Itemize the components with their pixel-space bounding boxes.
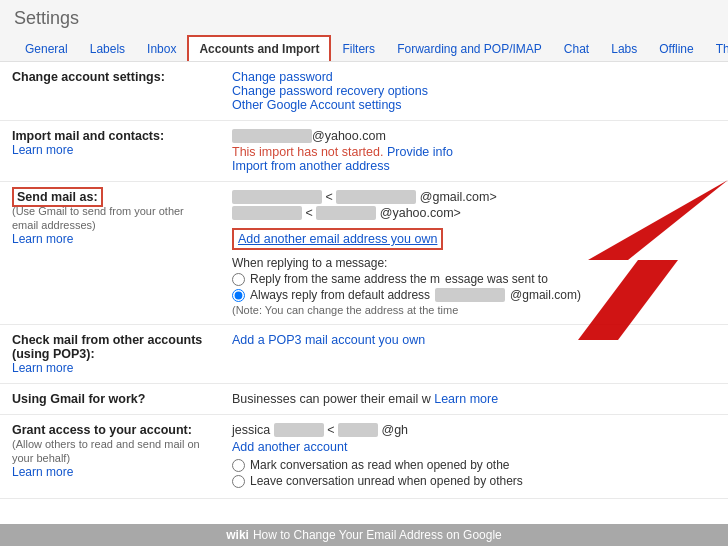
gmail-name-blurred xyxy=(232,190,322,204)
table-row: Check mail from other accounts(using POP… xyxy=(0,325,728,384)
reply-same-suffix: essage was sent to xyxy=(445,272,548,286)
tab-offline[interactable]: Offline xyxy=(648,36,704,61)
yahoo-email2-blurred xyxy=(316,206,376,220)
table-row: Using Gmail for work? Businesses can pow… xyxy=(0,384,728,415)
mark-row: Mark conversation as read when opened by… xyxy=(232,458,716,472)
send-mail-label: Send mail as: xyxy=(12,187,103,207)
import-another-link[interactable]: Import from another address xyxy=(232,159,390,173)
gmail-suffix: @gmail.com> xyxy=(420,190,497,204)
tab-forwarding[interactable]: Forwarding and POP/IMAP xyxy=(386,36,553,61)
when-replying-label: When replying to a message: xyxy=(232,256,387,270)
yahoo-email-blurred xyxy=(232,129,312,143)
tabs-row: General Labels Inbox Accounts and Import… xyxy=(14,35,714,61)
label-import-mail: Import mail and contacts: Learn more xyxy=(0,121,220,182)
table-row: Import mail and contacts: Learn more @ya… xyxy=(0,121,728,182)
reply-default-label: Always reply from default address xyxy=(250,288,430,302)
check-mail-title: Check mail from other accounts(using POP… xyxy=(12,333,202,361)
default-email-suffix: @gmail.com) xyxy=(510,288,581,302)
settings-table: Change account settings: Change password… xyxy=(0,62,728,499)
tab-accounts-and-import[interactable]: Accounts and Import xyxy=(187,35,331,61)
gmail-work-learn-more-link[interactable]: Learn more xyxy=(434,392,498,406)
jessica-email-blurred xyxy=(338,423,378,437)
send-mail-sublabel: (Use Gmail to send from your other email… xyxy=(12,205,184,231)
provide-info-link[interactable]: Provide info xyxy=(387,145,453,159)
label-send-mail-as: Send mail as: (Use Gmail to send from yo… xyxy=(0,182,220,325)
add-another-email-link[interactable]: Add another email address you own xyxy=(232,228,443,250)
gmail-work-title: Using Gmail for work? xyxy=(12,392,145,406)
grant-access-sublabel: (Allow others to read and send mail on y… xyxy=(12,438,200,464)
value-grant-access: jessica < @gh Add another account Mark c… xyxy=(220,415,728,499)
leave-row: Leave conversation unread when opened by… xyxy=(232,474,716,488)
value-send-mail-as: < @gmail.com> < @yahoo.com> Add another … xyxy=(220,182,728,325)
grant-learn-more-link[interactable]: Learn more xyxy=(12,465,73,479)
pop3-learn-more-link[interactable]: Learn more xyxy=(12,361,73,375)
reply-default-radio[interactable] xyxy=(232,289,245,302)
label-grant-access: Grant access to your account: (Allow oth… xyxy=(0,415,220,499)
tab-inbox[interactable]: Inbox xyxy=(136,36,187,61)
gmail-email-blurred xyxy=(336,190,416,204)
jessica-gmail: @gh xyxy=(381,423,408,437)
send-mail-learn-more-link[interactable]: Learn more xyxy=(12,232,73,246)
bottom-bar: wiki How to Change Your Email Address on… xyxy=(0,524,728,546)
reply-note: (Note: You can change the address at the… xyxy=(232,304,716,316)
change-recovery-link[interactable]: Change password recovery options xyxy=(232,84,428,98)
label-change-account: Change account settings: xyxy=(0,62,220,121)
import-learn-more-link[interactable]: Learn more xyxy=(12,143,73,157)
table-row: Send mail as: (Use Gmail to send from yo… xyxy=(0,182,728,325)
jessica-blurred xyxy=(274,423,324,437)
row-title: Import mail and contacts: xyxy=(12,129,164,143)
wiki-label: wiki xyxy=(226,528,249,542)
value-import-mail: @yahoo.com This import has not started. … xyxy=(220,121,728,182)
leave-unread-radio[interactable] xyxy=(232,475,245,488)
label-check-mail: Check mail from other accounts(using POP… xyxy=(0,325,220,384)
yahoo-name-blurred xyxy=(232,206,302,220)
other-google-link[interactable]: Other Google Account settings xyxy=(232,98,402,112)
row-title: Change account settings: xyxy=(12,70,165,84)
gmail-work-text: Businesses can power their email w xyxy=(232,392,431,406)
value-check-mail: Add a POP3 mail account you own xyxy=(220,325,728,384)
page-wrapper: Settings General Labels Inbox Accounts a… xyxy=(0,0,728,546)
yahoo-email-suffix: @yahoo.com xyxy=(312,129,386,143)
page-title: Settings xyxy=(14,8,714,29)
gmail-angle-bracket: < xyxy=(325,190,332,204)
leave-unread-label: Leave conversation unread when opened by… xyxy=(250,474,523,488)
table-row: Change account settings: Change password… xyxy=(0,62,728,121)
jessica-name: jessica xyxy=(232,423,274,437)
yahoo-suffix: @yahoo.com> xyxy=(380,206,461,220)
tab-general[interactable]: General xyxy=(14,36,79,61)
reply-same-radio[interactable] xyxy=(232,273,245,286)
reply-option-2-row: Always reply from default address @gmail… xyxy=(232,288,716,302)
settings-header: Settings General Labels Inbox Accounts a… xyxy=(0,0,728,62)
label-gmail-work: Using Gmail for work? xyxy=(0,384,220,415)
jessica-email-partial: < xyxy=(327,423,334,437)
content-area: Change account settings: Change password… xyxy=(0,62,728,499)
value-change-account: Change password Change password recovery… xyxy=(220,62,728,121)
grant-access-title: Grant access to your account: xyxy=(12,423,192,437)
tab-labs[interactable]: Labs xyxy=(600,36,648,61)
tab-chat[interactable]: Chat xyxy=(553,36,600,61)
tab-filters[interactable]: Filters xyxy=(331,36,386,61)
value-gmail-work: Businesses can power their email w Learn… xyxy=(220,384,728,415)
reply-option-1-row: Reply from the same address the message … xyxy=(232,272,716,286)
add-another-account-link[interactable]: Add another account xyxy=(232,440,347,454)
mark-read-radio[interactable] xyxy=(232,459,245,472)
reply-same-label: Reply from the same address the m xyxy=(250,272,440,286)
change-password-link[interactable]: Change password xyxy=(232,70,333,84)
mark-read-label: Mark conversation as read when opened by… xyxy=(250,458,510,472)
tab-labels[interactable]: Labels xyxy=(79,36,136,61)
how-to-text: How to Change Your Email Address on Goog… xyxy=(253,528,502,542)
yahoo-angle-bracket: < xyxy=(305,206,312,220)
default-email-blurred xyxy=(435,288,505,302)
tab-theme[interactable]: Theme xyxy=(705,36,728,61)
add-pop3-link[interactable]: Add a POP3 mail account you own xyxy=(232,333,425,347)
table-row: Grant access to your account: (Allow oth… xyxy=(0,415,728,499)
import-status: This import has not started. xyxy=(232,145,383,159)
